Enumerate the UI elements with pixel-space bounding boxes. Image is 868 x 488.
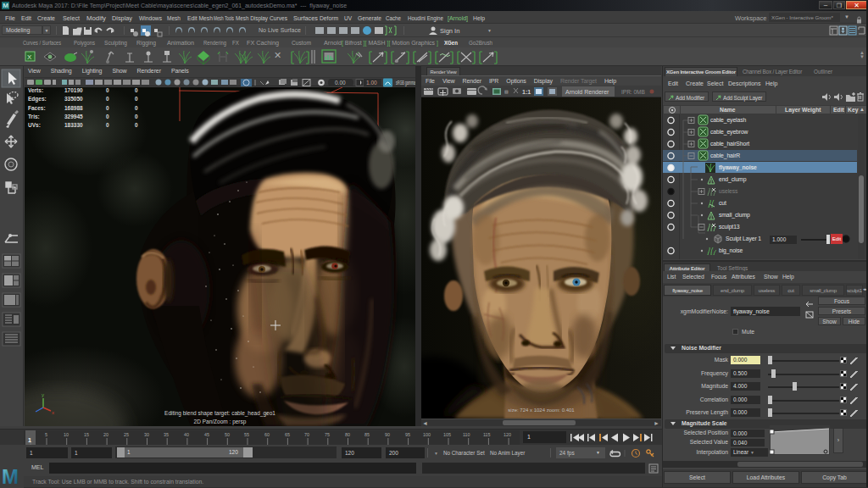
svg-text:Mesh: Mesh (167, 14, 181, 22)
svg-text:30: 30 (144, 432, 149, 437)
svg-text:15: 15 (84, 432, 89, 437)
svg-text:90: 90 (385, 432, 390, 437)
svg-text:115: 115 (483, 432, 491, 437)
svg-text:X: X (27, 53, 32, 61)
svg-text:Windows: Windows (139, 14, 162, 22)
svg-text:80: 80 (345, 432, 350, 437)
svg-text:0.00: 0.00 (335, 80, 346, 86)
svg-text:45: 45 (204, 432, 209, 437)
svg-text:Arnold: Arnold (324, 40, 342, 46)
svg-text:60: 60 (264, 432, 270, 437)
svg-text:Polygons: Polygons (74, 40, 96, 47)
svg-text:Edit Mesh: Edit Mesh (187, 14, 213, 22)
svg-text:Generate: Generate (358, 14, 381, 22)
svg-text:Help: Help (473, 14, 485, 22)
svg-text:40: 40 (184, 432, 189, 437)
svg-text:[ Bifrost ][ MASH ][ Motion Gr: [ Bifrost ][ MASH ][ Motion Graphics ] (342, 40, 438, 47)
svg-text:110: 110 (463, 432, 470, 437)
svg-text:Deform: Deform (320, 14, 338, 22)
svg-text:Rendering: Rendering (203, 40, 226, 47)
svg-text:35: 35 (164, 432, 169, 437)
svg-text:FX: FX (232, 40, 239, 46)
svg-text:IPR: 0MB: IPR: 0MB (621, 89, 645, 95)
svg-text:1.00: 1.00 (366, 80, 377, 86)
svg-text:85: 85 (364, 432, 370, 437)
svg-text:Mesh Display: Mesh Display (236, 14, 268, 22)
svg-text:sRGB gamma: sRGB gamma (396, 80, 415, 86)
svg-text:XGen: XGen (444, 40, 458, 46)
svg-text:5: 5 (45, 432, 47, 437)
svg-text:Edit: Edit (21, 14, 31, 22)
svg-text:Surfaces: Surfaces (293, 14, 318, 22)
svg-text:Animation: Animation (167, 40, 194, 46)
svg-text:105: 105 (443, 432, 451, 437)
svg-text:Create: Create (37, 14, 55, 22)
svg-text:▧: ▧ (504, 89, 509, 94)
svg-text:Custom: Custom (292, 40, 311, 46)
svg-text:50: 50 (225, 432, 230, 437)
svg-text:Curves / Surfaces: Curves / Surfaces (23, 40, 61, 46)
svg-text:FX Caching: FX Caching (247, 40, 279, 47)
svg-text:1:1: 1:1 (522, 89, 531, 95)
svg-text:Cache: Cache (386, 14, 401, 22)
svg-text:✕: ✕ (274, 50, 281, 60)
svg-text:Display: Display (112, 14, 132, 22)
svg-text:UV: UV (344, 14, 352, 22)
svg-text:Arnold Renderer: Arnold Renderer (565, 89, 609, 95)
svg-text:75: 75 (325, 432, 330, 437)
svg-text:Curves: Curves (270, 14, 287, 22)
svg-text:95: 95 (405, 432, 410, 437)
svg-text:[Arnold]: [Arnold] (448, 14, 468, 22)
svg-text:Go2Brush: Go2Brush (469, 40, 492, 46)
svg-text:25: 25 (124, 432, 129, 437)
svg-text:70: 70 (304, 432, 309, 437)
svg-text:Sculpting: Sculpting (104, 40, 127, 47)
svg-text:Houdini Engine: Houdini Engine (408, 14, 443, 22)
svg-text:M: M (2, 465, 19, 488)
svg-text:10: 10 (64, 432, 69, 437)
svg-text:Rigging: Rigging (136, 40, 156, 47)
svg-text:y: y (42, 392, 44, 397)
svg-text:Select: Select (63, 14, 80, 22)
svg-text:55: 55 (244, 432, 249, 437)
svg-text:Modify: Modify (86, 14, 106, 22)
svg-text:120: 120 (504, 432, 511, 437)
svg-text:1: 1 (28, 437, 31, 443)
svg-text:20: 20 (103, 432, 108, 437)
svg-text:65: 65 (285, 432, 290, 437)
svg-text:Mesh Tools: Mesh Tools (214, 14, 234, 22)
svg-text:File: File (5, 14, 15, 22)
svg-text:100: 100 (423, 432, 431, 437)
